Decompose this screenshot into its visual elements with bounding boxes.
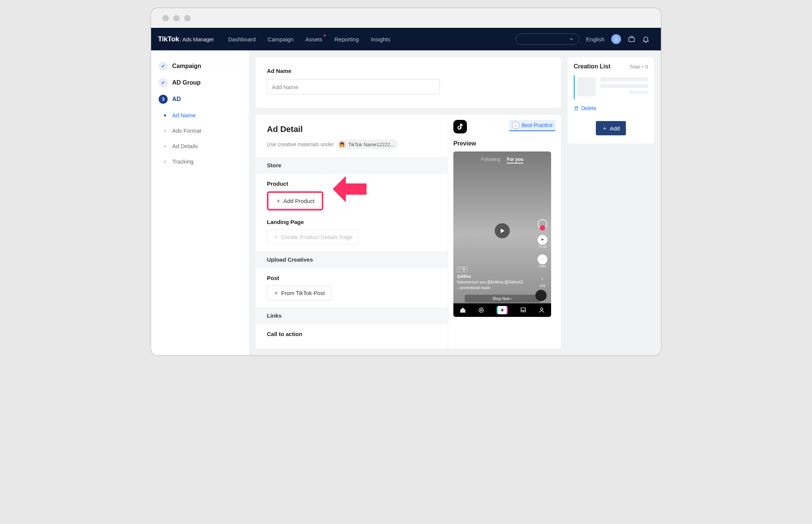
left-sidebar: ✓ Campaign ✓ AD Group 3 AD Ad Name Ads F… xyxy=(151,50,249,355)
creation-list-total: Total × 0 xyxy=(629,64,648,70)
section-links: Links xyxy=(256,307,448,324)
check-icon: ✓ xyxy=(159,78,168,87)
user-avatar[interactable]: S xyxy=(611,34,621,44)
tiktok-logo-icon xyxy=(453,120,467,133)
create-pdp-button[interactable]: ＋ Create Product Details Page xyxy=(267,230,359,244)
post-label: Post xyxy=(267,275,436,281)
preview-tab-following[interactable]: Following xyxy=(481,157,500,164)
nav-insights[interactable]: Insights xyxy=(371,36,391,42)
step-label: AD Group xyxy=(172,79,201,86)
creation-list-card: Creation List Total × 0 xyxy=(568,57,654,144)
from-tiktok-post-button[interactable]: ＋ From TikTok Post xyxy=(267,286,331,300)
step-number-icon: 3 xyxy=(159,95,168,104)
button-label: Add Product xyxy=(283,198,315,204)
ad-detail-title: Ad Detail xyxy=(267,124,436,134)
creation-list-item[interactable] xyxy=(574,75,648,99)
ad-detail-card: Ad Detail Use creative materials under 👧… xyxy=(256,115,561,348)
preview-tab-foryou[interactable]: For you xyxy=(507,157,523,164)
chevron-down-icon xyxy=(569,37,574,41)
substep-tracking[interactable]: Tracking xyxy=(156,154,244,169)
substep-ad-details[interactable]: Ad Details xyxy=(156,138,244,154)
section-store: Store xyxy=(256,157,448,174)
browser-titlebar xyxy=(151,8,661,28)
profile-nav-icon[interactable] xyxy=(538,307,545,313)
like-count: 71.1k xyxy=(538,245,547,248)
creation-list-title: Creation List xyxy=(574,63,611,70)
placeholder-line xyxy=(629,91,648,94)
placeholder-line xyxy=(600,84,648,88)
home-icon[interactable] xyxy=(459,307,466,313)
step-ad-group[interactable]: ✓ AD Group xyxy=(156,74,244,91)
ad-detail-subtitle: Use creative materials under xyxy=(267,141,334,147)
svg-point-2 xyxy=(480,309,482,311)
substep-ads-format[interactable]: Ads Format xyxy=(156,123,244,138)
phone-bottom-nav: + xyxy=(453,303,551,317)
arrow-annotation-icon xyxy=(331,176,368,202)
inbox-icon[interactable] xyxy=(520,307,527,313)
substep-ad-name[interactable]: Ad Name xyxy=(156,108,244,123)
svg-point-1 xyxy=(479,308,483,312)
svg-point-3 xyxy=(541,308,543,310)
account-selector[interactable] xyxy=(515,33,579,45)
comment-icon[interactable]: ⋯ xyxy=(538,254,547,264)
button-label: From TikTok Post xyxy=(281,290,325,296)
language-selector[interactable]: English xyxy=(586,36,604,42)
section-upload-creatives: Upload Creatives xyxy=(256,251,448,268)
step-ad[interactable]: 3 AD xyxy=(156,91,244,108)
nav-campaign[interactable]: Campaign xyxy=(268,36,293,42)
brand-name: TikTok xyxy=(158,35,179,43)
profile-icon[interactable] xyxy=(538,219,547,229)
preview-label: Preview xyxy=(453,140,556,147)
landing-page-label: Landing Page xyxy=(267,219,436,225)
thumbnail-placeholder xyxy=(577,77,596,96)
window-dot xyxy=(173,15,180,21)
bell-icon[interactable] xyxy=(642,35,650,43)
brand-logo: TikTok : Ads Manager xyxy=(158,35,214,43)
discover-icon[interactable] xyxy=(478,307,485,313)
add-label: Add xyxy=(610,125,620,132)
cta-label: Call to action xyxy=(267,331,436,337)
play-icon[interactable] xyxy=(495,223,510,238)
plus-icon: ＋ xyxy=(273,289,279,297)
button-label: Create Product Details Page xyxy=(281,234,353,240)
tiktok-small-icon: ♪ xyxy=(512,121,520,129)
ad-name-input[interactable] xyxy=(267,79,440,94)
nav-dashboard[interactable]: Dashboard xyxy=(228,36,256,42)
preview-music: promotional music xyxy=(460,286,491,290)
delete-label: Delete xyxy=(581,105,596,111)
top-navbar: TikTok : Ads Manager Dashboard Campaign … xyxy=(151,28,661,50)
notification-dot-icon xyxy=(324,35,326,36)
highlight-annotation: ＋ Add Product xyxy=(267,191,323,211)
account-chip[interactable]: 👧 TikTok Name12222... xyxy=(337,139,398,149)
plus-icon: ＋ xyxy=(273,233,279,241)
briefcase-icon[interactable] xyxy=(628,35,635,43)
delete-button[interactable]: Delete xyxy=(574,105,648,111)
create-button[interactable]: + xyxy=(497,306,508,314)
add-button[interactable]: ＋ Add xyxy=(596,121,626,135)
best-practice-link[interactable]: ♪ Best Practice xyxy=(509,120,556,131)
nav-assets[interactable]: Assets xyxy=(305,36,322,42)
svg-rect-0 xyxy=(629,38,635,42)
ad-name-label: Ad Name xyxy=(267,68,550,74)
window-dot xyxy=(162,15,169,21)
step-label: Campaign xyxy=(172,63,201,70)
phone-preview: Following For you ❤ 71.1k xyxy=(453,151,551,317)
step-label: AD xyxy=(172,96,181,103)
music-disc-icon xyxy=(535,290,547,301)
placeholder-line xyxy=(600,77,648,81)
plus-icon: ＋ xyxy=(602,125,607,132)
best-practice-label: Best Practice xyxy=(522,122,553,128)
ad-name-card: Ad Name xyxy=(256,57,561,108)
nav-reporting[interactable]: Reporting xyxy=(335,36,359,42)
plus-icon: ＋ xyxy=(276,197,281,204)
preview-handle: @Allice xyxy=(457,274,471,279)
follow-plus-icon xyxy=(540,225,545,230)
check-icon: ✓ xyxy=(159,62,168,71)
step-campaign[interactable]: ✓ Campaign xyxy=(156,58,244,74)
trash-icon xyxy=(574,106,579,111)
heart-icon[interactable]: ❤ xyxy=(538,235,547,245)
shop-now-button[interactable]: Shop Now › xyxy=(465,295,540,303)
ad-tag: 广告 xyxy=(457,267,468,273)
add-product-button[interactable]: ＋ Add Product xyxy=(269,194,321,208)
brand-subtitle: : Ads Manager xyxy=(180,36,214,42)
